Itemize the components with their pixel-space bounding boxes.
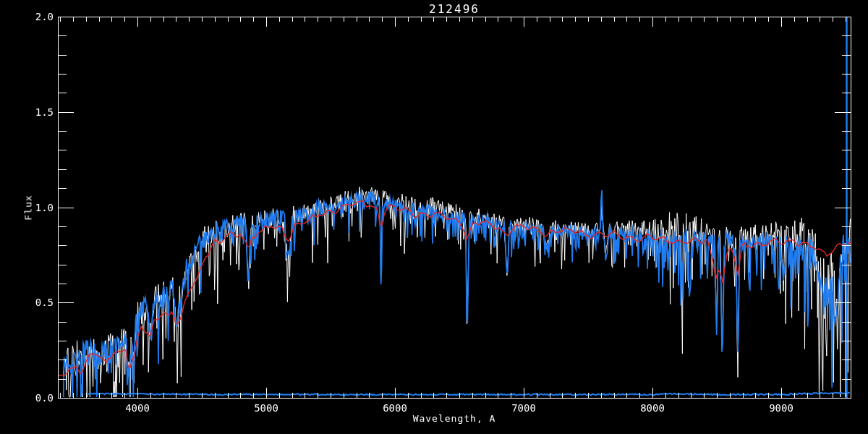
y-tick-label: 0.5: [7, 297, 54, 308]
y-tick-label: 1.5: [7, 106, 54, 118]
x-tick-label: 8000: [620, 402, 685, 414]
y-tick-label: 2.0: [7, 11, 54, 22]
x-tick-label: 5000: [234, 402, 299, 414]
plot-title: 212496: [58, 2, 851, 16]
spectrum-plot-canvas: [0, 0, 868, 434]
x-axis-label: Wavelength, A: [58, 413, 851, 424]
x-tick-label: 4000: [105, 402, 170, 414]
y-tick-label: 1.0: [7, 202, 54, 213]
spectrum-figure: 212496 Flux Wavelength, A 40005000600070…: [0, 0, 868, 434]
x-tick-label: 7000: [491, 402, 556, 414]
x-tick-label: 6000: [362, 402, 427, 414]
x-tick-label: 9000: [749, 402, 814, 414]
y-tick-label: 0.0: [7, 392, 54, 404]
